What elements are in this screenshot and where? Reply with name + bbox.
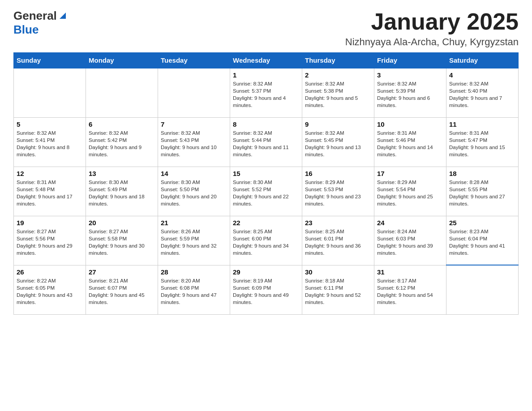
day-number: 14	[161, 170, 227, 177]
day-info: Sunrise: 8:27 AMSunset: 5:58 PMDaylight:…	[89, 228, 155, 257]
day-number: 12	[17, 170, 83, 177]
day-number: 13	[89, 170, 155, 177]
calendar-cell: 25Sunrise: 8:23 AMSunset: 6:04 PMDayligh…	[446, 216, 519, 265]
day-info: Sunrise: 8:31 AMSunset: 5:48 PMDaylight:…	[17, 179, 83, 207]
logo-triangle-icon	[58, 11, 68, 21]
day-info: Sunrise: 8:30 AMSunset: 5:52 PMDaylight:…	[233, 179, 299, 207]
calendar-cell: 7Sunrise: 8:32 AMSunset: 5:43 PMDaylight…	[158, 117, 230, 167]
day-number: 3	[377, 71, 443, 79]
day-number: 31	[377, 268, 443, 276]
header-cell-friday: Friday	[374, 53, 446, 68]
day-info: Sunrise: 8:31 AMSunset: 5:46 PMDaylight:…	[377, 129, 443, 158]
calendar-cell: 9Sunrise: 8:32 AMSunset: 5:45 PMDaylight…	[302, 117, 374, 167]
day-number: 28	[161, 268, 227, 276]
day-number: 2	[305, 71, 371, 79]
header-cell-tuesday: Tuesday	[158, 53, 230, 68]
calendar-cell: 14Sunrise: 8:30 AMSunset: 5:50 PMDayligh…	[158, 167, 230, 216]
calendar-week-5: 26Sunrise: 8:22 AMSunset: 6:05 PMDayligh…	[14, 265, 519, 314]
header-cell-wednesday: Wednesday	[230, 53, 302, 68]
logo-general-text: General	[13, 9, 57, 23]
calendar-cell: 27Sunrise: 8:21 AMSunset: 6:07 PMDayligh…	[86, 265, 158, 314]
day-info: Sunrise: 8:19 AMSunset: 6:09 PMDaylight:…	[233, 277, 299, 306]
calendar-cell: 24Sunrise: 8:24 AMSunset: 6:03 PMDayligh…	[374, 216, 446, 265]
calendar-cell: 12Sunrise: 8:31 AMSunset: 5:48 PMDayligh…	[14, 167, 86, 216]
day-info: Sunrise: 8:31 AMSunset: 5:47 PMDaylight:…	[449, 129, 515, 158]
calendar-cell: 18Sunrise: 8:28 AMSunset: 5:55 PMDayligh…	[446, 167, 519, 216]
day-info: Sunrise: 8:21 AMSunset: 6:07 PMDaylight:…	[89, 277, 155, 306]
header-cell-monday: Monday	[86, 53, 158, 68]
day-number: 26	[17, 268, 83, 276]
day-number: 22	[233, 219, 299, 227]
day-number: 4	[449, 71, 515, 79]
day-info: Sunrise: 8:22 AMSunset: 6:05 PMDaylight:…	[17, 277, 83, 306]
day-number: 15	[233, 170, 299, 177]
calendar-cell	[86, 68, 158, 117]
calendar-cell	[14, 68, 86, 117]
calendar-cell: 3Sunrise: 8:32 AMSunset: 5:39 PMDaylight…	[374, 68, 446, 117]
calendar-cell: 4Sunrise: 8:32 AMSunset: 5:40 PMDaylight…	[446, 68, 519, 117]
day-number: 8	[233, 120, 299, 128]
calendar-cell: 23Sunrise: 8:25 AMSunset: 6:01 PMDayligh…	[302, 216, 374, 265]
calendar-cell: 8Sunrise: 8:32 AMSunset: 5:44 PMDaylight…	[230, 117, 302, 167]
day-info: Sunrise: 8:29 AMSunset: 5:54 PMDaylight:…	[377, 179, 443, 207]
calendar-week-1: 1Sunrise: 8:32 AMSunset: 5:37 PMDaylight…	[14, 68, 519, 117]
calendar-cell: 17Sunrise: 8:29 AMSunset: 5:54 PMDayligh…	[374, 167, 446, 216]
page-header: General Blue January 2025 Nizhnyaya Ala-…	[13, 9, 519, 48]
calendar-week-3: 12Sunrise: 8:31 AMSunset: 5:48 PMDayligh…	[14, 167, 519, 216]
day-number: 7	[161, 120, 227, 128]
day-number: 11	[449, 120, 515, 128]
day-info: Sunrise: 8:32 AMSunset: 5:39 PMDaylight:…	[377, 80, 443, 109]
day-info: Sunrise: 8:32 AMSunset: 5:45 PMDaylight:…	[305, 129, 371, 158]
header-cell-saturday: Saturday	[446, 53, 519, 68]
day-info: Sunrise: 8:24 AMSunset: 6:03 PMDaylight:…	[377, 228, 443, 257]
svg-marker-0	[60, 13, 66, 19]
day-info: Sunrise: 8:32 AMSunset: 5:42 PMDaylight:…	[89, 129, 155, 158]
day-info: Sunrise: 8:23 AMSunset: 6:04 PMDaylight:…	[449, 228, 515, 257]
day-number: 9	[305, 120, 371, 128]
day-number: 23	[305, 219, 371, 227]
day-info: Sunrise: 8:32 AMSunset: 5:37 PMDaylight:…	[233, 80, 299, 109]
logo-blue-text: Blue	[13, 23, 39, 36]
calendar-cell: 2Sunrise: 8:32 AMSunset: 5:38 PMDaylight…	[302, 68, 374, 117]
day-number: 25	[449, 219, 515, 227]
calendar-cell	[158, 68, 230, 117]
calendar-header: SundayMondayTuesdayWednesdayThursdayFrid…	[14, 53, 519, 68]
calendar-cell: 6Sunrise: 8:32 AMSunset: 5:42 PMDaylight…	[86, 117, 158, 167]
calendar-table: SundayMondayTuesdayWednesdayThursdayFrid…	[13, 52, 519, 315]
calendar-cell: 28Sunrise: 8:20 AMSunset: 6:08 PMDayligh…	[158, 265, 230, 314]
day-info: Sunrise: 8:18 AMSunset: 6:11 PMDaylight:…	[305, 277, 371, 306]
day-number: 18	[449, 170, 515, 177]
header-row: SundayMondayTuesdayWednesdayThursdayFrid…	[14, 53, 519, 68]
calendar-cell: 30Sunrise: 8:18 AMSunset: 6:11 PMDayligh…	[302, 265, 374, 314]
calendar-week-4: 19Sunrise: 8:27 AMSunset: 5:56 PMDayligh…	[14, 216, 519, 265]
day-number: 27	[89, 268, 155, 276]
header-cell-sunday: Sunday	[14, 53, 86, 68]
month-year-title: January 2025	[345, 9, 519, 34]
calendar-cell: 1Sunrise: 8:32 AMSunset: 5:37 PMDaylight…	[230, 68, 302, 117]
day-info: Sunrise: 8:28 AMSunset: 5:55 PMDaylight:…	[449, 179, 515, 207]
calendar-cell: 22Sunrise: 8:25 AMSunset: 6:00 PMDayligh…	[230, 216, 302, 265]
calendar-cell: 21Sunrise: 8:26 AMSunset: 5:59 PMDayligh…	[158, 216, 230, 265]
day-info: Sunrise: 8:32 AMSunset: 5:41 PMDaylight:…	[17, 129, 83, 158]
day-info: Sunrise: 8:32 AMSunset: 5:44 PMDaylight:…	[233, 129, 299, 158]
calendar-cell	[446, 265, 519, 314]
calendar-cell: 15Sunrise: 8:30 AMSunset: 5:52 PMDayligh…	[230, 167, 302, 216]
day-number: 30	[305, 268, 371, 276]
location-subtitle: Nizhnyaya Ala-Archa, Chuy, Kyrgyzstan	[345, 36, 519, 48]
calendar-cell: 31Sunrise: 8:17 AMSunset: 6:12 PMDayligh…	[374, 265, 446, 314]
day-number: 24	[377, 219, 443, 227]
calendar-cell: 20Sunrise: 8:27 AMSunset: 5:58 PMDayligh…	[86, 216, 158, 265]
day-info: Sunrise: 8:25 AMSunset: 6:01 PMDaylight:…	[305, 228, 371, 257]
day-number: 10	[377, 120, 443, 128]
day-info: Sunrise: 8:30 AMSunset: 5:50 PMDaylight:…	[161, 179, 227, 207]
day-info: Sunrise: 8:32 AMSunset: 5:38 PMDaylight:…	[305, 80, 371, 109]
day-number: 1	[233, 71, 299, 79]
calendar-cell: 10Sunrise: 8:31 AMSunset: 5:46 PMDayligh…	[374, 117, 446, 167]
day-number: 5	[17, 120, 83, 128]
header-cell-thursday: Thursday	[302, 53, 374, 68]
day-number: 6	[89, 120, 155, 128]
day-info: Sunrise: 8:29 AMSunset: 5:53 PMDaylight:…	[305, 179, 371, 207]
day-number: 19	[17, 219, 83, 227]
day-info: Sunrise: 8:20 AMSunset: 6:08 PMDaylight:…	[161, 277, 227, 306]
calendar-cell: 11Sunrise: 8:31 AMSunset: 5:47 PMDayligh…	[446, 117, 519, 167]
